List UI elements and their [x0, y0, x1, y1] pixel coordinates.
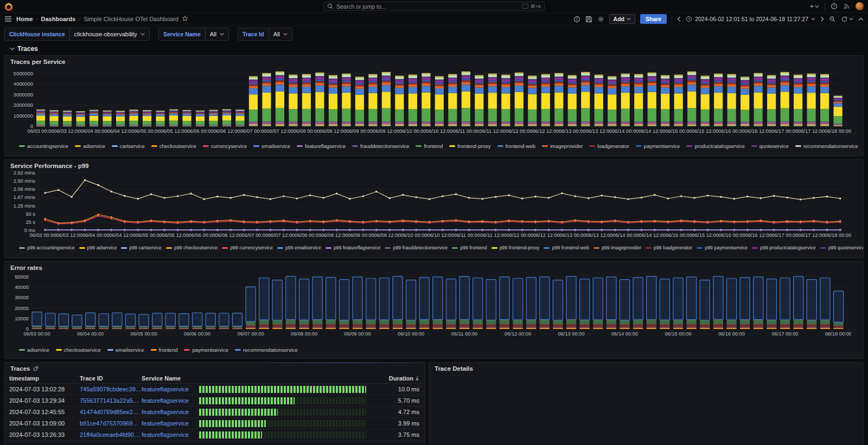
time-range-picker[interactable]: 2024-06-02 12:01:51 to 2024-06-18 11:27:… — [686, 16, 815, 22]
service-name-link[interactable]: featureflagservice — [142, 420, 199, 427]
legend-label: cartservice — [120, 143, 145, 149]
service-name-dropdown[interactable]: All — [206, 28, 229, 41]
settings-gear-icon[interactable] — [597, 16, 604, 23]
col-duration[interactable]: Duration — [374, 375, 419, 382]
refresh-icon[interactable] — [841, 16, 853, 23]
panel-title[interactable]: Error rates — [5, 262, 863, 272]
legend-item[interactable]: p99 loadgenerator — [646, 245, 692, 250]
zoom-out-icon[interactable] — [829, 16, 836, 23]
legend-item[interactable]: p99 emailservice — [277, 245, 321, 250]
legend-item[interactable]: recommendationservice — [235, 347, 298, 353]
trace-id-link[interactable]: 75563771413a22a54618... — [80, 397, 142, 404]
legend-item[interactable]: loadgenerator — [589, 143, 629, 149]
legend-item[interactable]: productcatalogservice — [686, 143, 744, 149]
legend-item[interactable]: p99 cartservice — [121, 245, 162, 250]
legend-item[interactable]: p99 quoteservice — [820, 245, 863, 250]
legend-item[interactable]: p99 paymentservice — [697, 245, 748, 250]
avatar[interactable] — [856, 2, 864, 10]
time-shift-forward-icon[interactable] — [820, 16, 824, 22]
p99-line-chart[interactable]: 0 ms25 s50 s1.25 mins1.67 mins2.08 mins2… — [5, 170, 851, 242]
col-service-name[interactable]: Service Name — [142, 375, 199, 382]
legend-item[interactable]: paymentservice — [636, 143, 680, 149]
dashboard-insights-icon[interactable] — [573, 16, 580, 23]
legend-item[interactable]: quoteservice — [751, 143, 789, 149]
panel-links-icon[interactable] — [33, 366, 39, 371]
search-icon — [327, 3, 333, 9]
time-shift-back-icon[interactable] — [677, 16, 681, 22]
legend-item[interactable]: p99 currencyservice — [222, 245, 273, 250]
trace-id-link[interactable]: 21ff4a0ceeaeb4fd90af0... — [80, 431, 142, 438]
share-button[interactable]: Share — [640, 14, 667, 24]
panel-trace-details: Trace Details — [429, 362, 864, 445]
favorite-star-icon[interactable] — [182, 15, 188, 23]
svg-text:06/11 12:00: 06/11 12:00 — [480, 233, 506, 238]
svg-text:06/14 00:00: 06/14 00:00 — [612, 233, 639, 238]
grafana-logo-icon[interactable] — [4, 2, 13, 11]
legend-item[interactable]: frontend-web — [497, 143, 535, 149]
col-timestamp[interactable]: timestamp — [9, 375, 80, 382]
legend-item[interactable]: p99 imageprovider — [593, 245, 641, 250]
legend-item[interactable]: frontend-proxy — [449, 143, 490, 149]
legend-item[interactable]: p99 frontend-proxy — [492, 245, 540, 250]
add-new-button[interactable]: + — [809, 2, 819, 10]
legend-item[interactable]: p99 adservice — [79, 245, 117, 250]
service-name-link[interactable]: featureflagservice — [142, 386, 199, 392]
legend-item[interactable]: frontend — [151, 347, 178, 353]
legend-item[interactable]: frontend — [416, 143, 443, 149]
row-traces-toggle[interactable]: Traces — [4, 43, 864, 55]
search-input[interactable]: Search or jump to... ⌘+k — [323, 2, 545, 11]
legend-item[interactable]: paymentservice — [184, 347, 228, 353]
legend-item[interactable]: imageprovider — [542, 143, 583, 149]
legend-item[interactable]: p99 frauddetectionservice — [385, 245, 448, 250]
legend-item[interactable]: emailservice — [253, 143, 290, 149]
save-icon[interactable] — [585, 16, 592, 23]
panel-title[interactable]: Service Performance - p99 — [5, 160, 863, 170]
svg-text:06/12 12:00: 06/12 12:00 — [532, 128, 559, 134]
svg-text:2.50 mins: 2.50 mins — [14, 178, 36, 184]
error-rates-chart[interactable]: 0100002000030000400005000006/03 00:0006/… — [5, 272, 851, 344]
legend-item[interactable]: p99 checkoutservice — [166, 245, 218, 250]
legend-swatch-icon — [277, 247, 283, 249]
legend-item[interactable]: p99 frontend-web — [544, 245, 589, 250]
legend-item[interactable]: adservice — [75, 143, 105, 149]
collapse-topbar-icon[interactable] — [858, 17, 864, 21]
legend-item[interactable]: adservice — [19, 347, 49, 353]
legend-item[interactable]: p99 featureflagservice — [326, 245, 381, 250]
add-panel-button[interactable]: Add — [609, 14, 635, 24]
panel-title[interactable]: Trace Details — [429, 363, 863, 372]
legend-item[interactable]: recommendationservice — [795, 143, 858, 149]
panel-title[interactable]: Traces — [10, 365, 30, 372]
news-icon[interactable] — [843, 3, 850, 10]
help-icon[interactable]: ? — [831, 3, 838, 10]
panel-title[interactable]: Traces per Service — [5, 56, 863, 66]
trace-id-dropdown[interactable]: All — [269, 28, 292, 41]
menu-icon[interactable] — [4, 16, 12, 22]
legend-item[interactable]: p99 productcatalogservice — [752, 245, 816, 250]
col-trace-id[interactable]: Trace ID — [80, 375, 142, 382]
legend-item[interactable]: p99 frontend — [452, 245, 487, 250]
legend-item[interactable]: cartservice — [112, 143, 145, 149]
legend-item[interactable]: emailservice — [107, 347, 144, 353]
legend-item[interactable]: checkoutservice — [151, 143, 196, 149]
legend-item[interactable]: accountingservice — [19, 143, 68, 149]
breadcrumb-home[interactable]: Home — [16, 16, 33, 22]
svg-text:06/07 00:00: 06/07 00:00 — [238, 331, 264, 337]
service-name-link[interactable]: featureflagservice — [142, 397, 199, 404]
legend-item[interactable]: featureflagservice — [297, 143, 346, 149]
legend-swatch-icon — [121, 247, 127, 249]
breadcrumb-dashboard-title[interactable]: Simple ClickHouse OTel Dashboard — [84, 16, 178, 22]
trace-id-link[interactable]: 41474d0769d85ee2828... — [80, 409, 142, 415]
service-name-link[interactable]: featureflagservice — [142, 431, 199, 438]
clickhouse-instance-dropdown[interactable]: clickhouse-observability — [70, 28, 150, 41]
trace-id-link[interactable]: 745a59078cbdeec39b7... — [80, 386, 142, 392]
breadcrumb-dashboards[interactable]: Dashboards — [41, 16, 76, 22]
legend-item[interactable]: frauddetectionservice — [352, 143, 409, 149]
legend-swatch-icon — [544, 247, 550, 249]
service-name-link[interactable]: featureflagservice — [142, 409, 199, 415]
legend-item[interactable]: checkoutservice — [56, 347, 101, 353]
trace-id-link[interactable]: b91ce47d753709695f1d... — [80, 420, 142, 427]
legend-item[interactable]: currencyservice — [203, 143, 247, 149]
legend-label: checkoutservice — [64, 347, 101, 353]
traces-per-service-chart[interactable]: 01000000200000030000004000000500000006/0… — [5, 66, 851, 140]
legend-item[interactable]: p99 accountingservice — [19, 245, 75, 250]
